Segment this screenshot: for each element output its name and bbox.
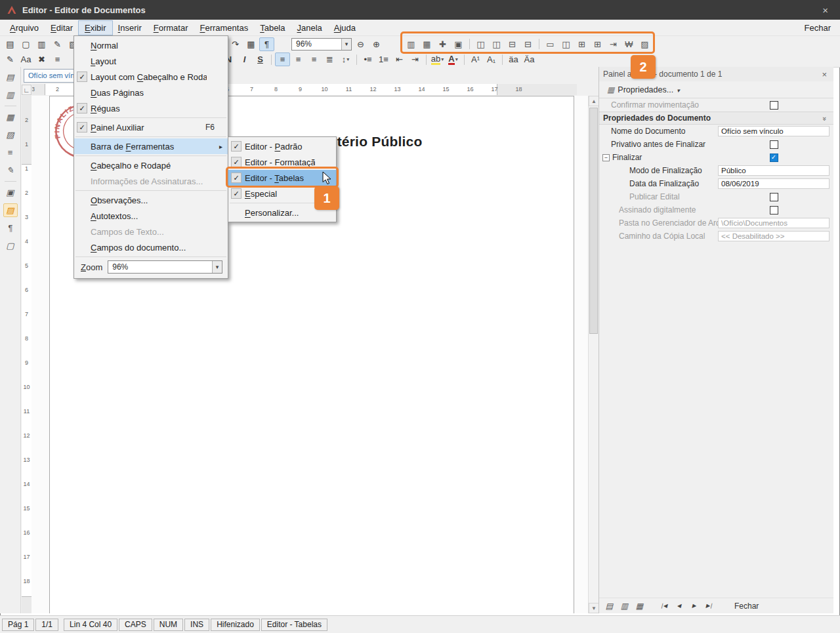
menu-exibir[interactable]: Exibir [79,21,112,35]
merge-cells-icon[interactable]: ▭ [543,37,558,51]
table-grid-icon[interactable]: ▦ [419,37,434,51]
submenu-item-editor-tabelas[interactable]: Editor - Tabelas [228,170,336,186]
italic-icon[interactable]: I [237,52,252,66]
delete-row-icon[interactable]: ⊞ [574,37,589,51]
property-value[interactable]: \Ofício\Documentos [718,218,830,228]
copy-properties-icon[interactable]: ▤ [602,600,616,613]
insert-row-above-icon[interactable]: ⊟ [505,37,520,51]
copy-process-icon[interactable]: ▦ [3,110,18,124]
gallery-icon[interactable]: ▦ [633,600,646,613]
insert-column-right-icon[interactable]: ◫ [489,37,504,51]
menu-item-reguas[interactable]: Réguas [74,100,228,116]
redo-icon[interactable]: ↷ [228,37,243,51]
next-document-button[interactable]: ▶ [687,600,701,613]
underline-icon[interactable]: S [253,52,268,66]
zoom-combobox[interactable]: 96% [291,38,352,51]
text-to-table-icon[interactable]: ⇥ [606,37,621,51]
section-collapse-icon[interactable] [821,117,829,121]
zoom-dropdown-arrow[interactable] [341,39,351,50]
increase-indent-icon[interactable]: ⇥ [408,52,423,66]
row-finalizar[interactable]: Finalizar [599,151,833,164]
align-justify-icon[interactable]: ≣ [322,52,337,66]
format-painter-icon[interactable]: ✎ [3,52,18,66]
highlighted-doc-icon[interactable]: ▨ [3,203,18,217]
scroll-down-arrow[interactable]: ▼ [589,603,599,613]
first-document-button[interactable]: ∣◀ [657,600,671,613]
row-pasta-no-gerenciador[interactable]: Pasta no Gerenciador de Arquiv... \Ofíci… [599,216,833,230]
clear-format-icon[interactable]: ✖ [34,52,49,66]
panel-fechar-button[interactable]: Fechar [728,600,765,612]
menu-item-observacoes[interactable]: Observações... [74,192,228,208]
zoom-out-icon[interactable]: ⊖ [353,37,368,51]
panel-close-button[interactable]: × [819,70,830,79]
scroll-up-arrow[interactable]: ▲ [589,96,599,106]
menu-item-campos-de-texto[interactable]: Campos de Texto... [74,224,228,239]
property-checkbox[interactable] [770,140,778,149]
align-center-icon[interactable]: ≡ [291,52,306,66]
insert-row-below-icon[interactable]: ⊟ [520,37,536,51]
paragraph-marks-icon[interactable]: ¶ [259,37,274,51]
scrollbar-thumb[interactable] [589,108,598,334]
select-table-icon[interactable]: ▥ [404,37,419,51]
menu-editar[interactable]: Editar [45,21,79,35]
bullet-list-icon[interactable]: •≡ [360,52,375,66]
observations-icon[interactable]: ≡ [3,146,18,159]
menu-item-layout-cabecalho-rodape[interactable]: Layout com Cabeçalho e Rodapé [74,69,228,85]
menu-item-layout[interactable]: Layout [74,53,228,69]
decrease-indent-icon[interactable]: ⇤ [392,52,407,66]
property-value[interactable]: Ofício sem vínculo [718,126,830,136]
paste-icon[interactable]: ▤ [3,37,18,51]
uppercase-icon[interactable]: Äa [522,52,537,66]
row-caminho-da-copia-local[interactable]: Caminho da Cópia Local << Desabilitado >… [599,230,833,243]
row-data-da-finalizacao[interactable]: Data da Finalização 08/06/2019 [599,177,833,190]
insert-cell-icon[interactable]: ✚ [435,37,450,51]
row-publicar-edital[interactable]: Publicar Edital [599,190,833,203]
menu-item-duas-paginas[interactable]: Duas Páginas [74,85,228,100]
submenu-item-editor-formatacao[interactable]: Editor - Formatação [228,154,336,170]
copy-document-icon[interactable]: ▥ [34,37,49,51]
vertical-scrollbar[interactable]: ▲ ▼ [588,96,598,613]
delete-column-icon[interactable]: ⊞ [590,37,605,51]
menu-item-normal[interactable]: Normal [74,37,228,53]
menu-item-painel-auxiliar[interactable]: Painel Auxiliar F6 [74,119,228,135]
split-cells-icon[interactable]: ◫ [558,37,574,51]
collapse-minus-icon[interactable] [602,154,610,161]
menu-formatar[interactable]: Formatar [148,21,194,35]
menu-item-barra-de-ferramentas[interactable]: Barra de Ferramentas [74,138,228,154]
new-document-icon[interactable]: ▢ [18,37,33,51]
menu-janela[interactable]: Janela [291,21,327,35]
fields-icon[interactable]: ¶ [3,221,18,235]
table-style-icon[interactable]: ▨ [637,37,652,51]
menu-item-cabecalho-e-rodape[interactable]: Cabeçalho e Rodapé [74,157,228,173]
cell-border-icon[interactable]: ▣ [451,37,466,51]
property-checkbox[interactable] [770,153,778,162]
bookmark-icon[interactable]: ▢ [3,239,18,253]
property-checkbox[interactable] [770,101,778,110]
zoom-in-icon[interactable]: ⊕ [369,37,384,51]
menu-zoom-dropdown-arrow[interactable] [212,261,222,273]
menu-zoom-combobox[interactable]: 96% [108,260,222,274]
paste-process-icon[interactable]: ▧ [3,128,18,142]
menu-arquivo[interactable]: Arquivo [4,21,45,35]
align-left-icon[interactable]: ≡ [275,52,290,66]
submenu-item-editor-padrao[interactable]: Editor - Padrão [228,138,336,154]
table-width-icon[interactable]: ₩ [621,37,637,51]
models-icon[interactable]: ▤ [3,70,18,84]
tab-stop-selector[interactable]: ∟ [22,85,32,95]
property-value[interactable]: << Desabilitado >> [718,231,830,241]
property-checkbox[interactable] [770,193,778,201]
row-confirmar-movimentacao[interactable]: Confirmar movimentação [599,98,833,112]
superscript-icon[interactable]: A¹ [468,52,483,66]
menu-item-autotextos[interactable]: Autotextos... [74,208,228,224]
numbered-list-icon[interactable]: 1≡ [376,52,391,66]
line-spacing-icon[interactable]: ↕ [338,52,353,66]
property-value[interactable]: 08/06/2019 [718,178,830,189]
property-value[interactable]: Público [718,165,830,176]
insert-table-icon[interactable]: ▦ [243,37,259,51]
menu-inserir[interactable]: Inserir [112,21,148,35]
attachments-icon[interactable]: ▣ [3,186,18,199]
menu-tabela[interactable]: Tabela [254,21,291,35]
row-assinado-digitalmente[interactable]: Assinado digitalmente [599,203,833,216]
row-nome-do-documento[interactable]: Nome do Documento Ofício sem vínculo [599,125,833,138]
signatures-icon[interactable]: ✎ [3,163,18,177]
